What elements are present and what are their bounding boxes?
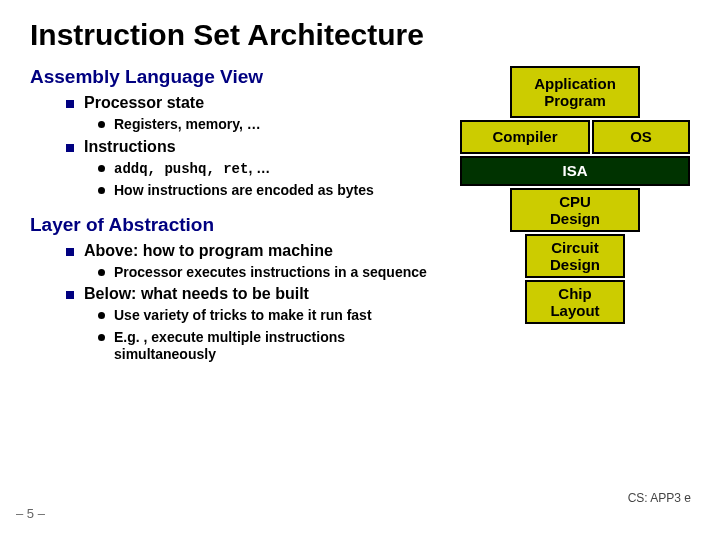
section1-heading: Assembly Language View	[30, 66, 450, 88]
square-bullet-icon	[66, 100, 74, 108]
subbullet-tricks: Use variety of tricks to make it run fas…	[98, 307, 450, 325]
bullet-instructions: Instructions	[66, 138, 450, 156]
dot-bullet-icon	[98, 165, 105, 172]
bullet-processor-state: Processor state	[66, 94, 450, 112]
subbullet-text: How instructions are encoded as bytes	[114, 182, 450, 200]
dot-bullet-icon	[98, 269, 105, 276]
layer-diagram: ApplicationProgram Compiler OS ISA CPUDe…	[460, 66, 690, 324]
code-text: addq, pushq, ret	[114, 161, 248, 177]
bullet-text: Above: how to program machine	[84, 242, 333, 260]
bullet-below: Below: what needs to be built	[66, 285, 450, 303]
subbullet-text: E.g. , execute multiple instructions sim…	[114, 329, 450, 364]
bullet-above: Above: how to program machine	[66, 242, 450, 260]
subbullet-text: Registers, memory, …	[114, 116, 450, 134]
box-chip: ChipLayout	[525, 280, 625, 324]
square-bullet-icon	[66, 248, 74, 256]
square-bullet-icon	[66, 144, 74, 152]
box-os: OS	[592, 120, 690, 154]
bullet-text: Below: what needs to be built	[84, 285, 309, 303]
subbullet-text: addq, pushq, ret, …	[114, 160, 450, 179]
subbullet-encoding: How instructions are encoded as bytes	[98, 182, 450, 200]
square-bullet-icon	[66, 291, 74, 299]
subbullet-addq: addq, pushq, ret, …	[98, 160, 450, 179]
subbullet-text: Use variety of tricks to make it run fas…	[114, 307, 450, 325]
box-cpu: CPUDesign	[510, 188, 640, 232]
subbullet-simultaneous: E.g. , execute multiple instructions sim…	[98, 329, 450, 364]
dot-bullet-icon	[98, 334, 105, 341]
dot-bullet-icon	[98, 121, 105, 128]
subbullet-executes: Processor executes instructions in a seq…	[98, 264, 450, 282]
section2-heading: Layer of Abstraction	[30, 214, 450, 236]
text-column: Assembly Language View Processor state R…	[30, 66, 450, 368]
subbullet-text: Processor executes instructions in a seq…	[114, 264, 450, 282]
bullet-text: Instructions	[84, 138, 176, 156]
dot-bullet-icon	[98, 187, 105, 194]
dot-bullet-icon	[98, 312, 105, 319]
bullet-text: Processor state	[84, 94, 204, 112]
tail-text: , …	[248, 160, 270, 176]
footer-right: CS: APP3 e	[628, 491, 691, 505]
box-isa: ISA	[460, 156, 690, 186]
page-number: – 5 –	[16, 506, 45, 521]
subbullet-registers: Registers, memory, …	[98, 116, 450, 134]
box-application: ApplicationProgram	[510, 66, 640, 118]
box-compiler: Compiler	[460, 120, 590, 154]
box-circuit: CircuitDesign	[525, 234, 625, 278]
slide-title: Instruction Set Architecture	[30, 18, 689, 52]
